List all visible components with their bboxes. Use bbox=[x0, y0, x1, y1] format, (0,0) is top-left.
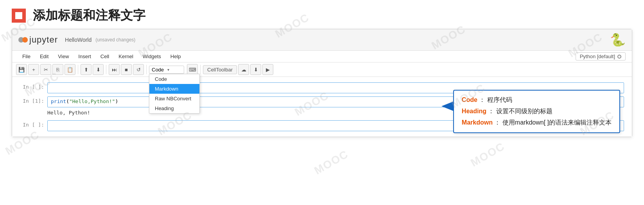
jupyter-brand-text: jupyter bbox=[29, 35, 58, 45]
annotation-keyword-code: Code bbox=[462, 96, 477, 103]
skip-button[interactable]: ⏭ bbox=[109, 64, 120, 75]
copy-button[interactable]: ⎘ bbox=[52, 64, 63, 75]
annotation-colon-code: ： bbox=[479, 96, 485, 103]
menu-cell[interactable]: Cell bbox=[97, 52, 113, 61]
annotation-box: Code ： 程序代码 Heading ： 设置不同级别的标题 Markdown… bbox=[453, 90, 620, 133]
download-button[interactable]: ⬇ bbox=[250, 64, 261, 75]
dropdown-item-markdown[interactable]: Markdown bbox=[149, 84, 199, 94]
cell-label-3: In [ ]: bbox=[12, 120, 47, 128]
restart-button[interactable]: ↺ bbox=[133, 64, 144, 75]
jupyter-brand: jupyter HelloWorld (unsaved changes) bbox=[18, 35, 135, 45]
add-cell-button[interactable]: + bbox=[28, 64, 39, 75]
annotation-line-code: Code ： 程序代码 bbox=[462, 96, 612, 104]
annotation-arrow-icon bbox=[441, 102, 453, 111]
annotation-keyword-markdown: Markdown bbox=[462, 119, 493, 126]
move-up-button[interactable]: ⬆ bbox=[81, 64, 91, 75]
cell-type-dropdown-container[interactable]: Code ▾ Code Markdown Raw NBConvert Headi… bbox=[149, 66, 184, 74]
kernel-status: Python [default] bbox=[576, 52, 626, 61]
logo-circle-orange bbox=[22, 37, 28, 43]
toolbar: 💾 + ✂ ⎘ 📋 ⬆ ⬇ ⏭ ■ ↺ Code ▾ Code Markdown… bbox=[12, 62, 632, 77]
code-string-hello: "Hello,Python!" bbox=[69, 98, 115, 104]
jupyter-header: jupyter HelloWorld (unsaved changes) 🐍 bbox=[12, 29, 632, 51]
menu-edit[interactable]: Edit bbox=[36, 52, 52, 61]
toolbar-sep-2 bbox=[106, 65, 106, 74]
cell-type-menu[interactable]: Code Markdown Raw NBConvert Heading bbox=[149, 74, 200, 114]
menu-bar: File Edit View Insert Cell Kernel Widget… bbox=[12, 51, 632, 62]
kernel-status-text: Python [default] bbox=[580, 53, 615, 59]
toolbar-sep-4 bbox=[200, 65, 201, 74]
jupyter-logo-circles bbox=[18, 37, 28, 43]
annotation-line-heading: Heading ： 设置不同级别的标题 bbox=[462, 107, 612, 116]
save-button[interactable]: 💾 bbox=[16, 64, 27, 75]
annotation-desc-heading: 设置不同级别的标题 bbox=[496, 108, 553, 114]
menu-help[interactable]: Help bbox=[167, 52, 185, 61]
code-paren-close: ) bbox=[115, 98, 118, 104]
toolbar-sep-3 bbox=[146, 65, 147, 74]
stop-button[interactable]: ■ bbox=[121, 64, 132, 75]
unsaved-indicator: (unsaved changes) bbox=[95, 37, 135, 43]
cell-label-1: In [ ]: bbox=[12, 82, 47, 90]
menu-kernel[interactable]: Kernel bbox=[115, 52, 137, 61]
annotation-keyword-heading: Heading bbox=[462, 108, 486, 114]
code-func-print: print bbox=[51, 98, 66, 104]
run-button[interactable]: ▶ bbox=[262, 64, 273, 75]
page-header: 添加标题和注释文字 bbox=[0, 0, 644, 29]
dropdown-item-heading[interactable]: Heading bbox=[149, 103, 199, 113]
cloud-upload-button[interactable]: ☁ bbox=[238, 64, 249, 75]
cell-type-dropdown[interactable]: Code ▾ bbox=[149, 66, 184, 74]
header-icon-inner bbox=[15, 12, 22, 19]
python-logo-icon: 🐍 bbox=[610, 32, 626, 47]
celltoolbar-button[interactable]: CellToolbar bbox=[203, 65, 237, 74]
jupyter-window: jupyter HelloWorld (unsaved changes) 🐍 F… bbox=[12, 29, 632, 137]
annotation-colon-markdown: ： bbox=[494, 119, 500, 126]
move-down-button[interactable]: ⬇ bbox=[93, 64, 104, 75]
dropdown-item-code[interactable]: Code bbox=[149, 74, 199, 84]
menu-file[interactable]: File bbox=[18, 52, 34, 61]
menu-view[interactable]: View bbox=[54, 52, 73, 61]
annotation-desc-markdown: 使用markdown[ ]的语法来编辑注释文本 bbox=[502, 119, 612, 126]
header-icon bbox=[12, 9, 26, 23]
page-title: 添加标题和注释文字 bbox=[33, 7, 145, 24]
toolbar-sep-1 bbox=[78, 65, 78, 74]
dropdown-arrow-icon: ▾ bbox=[167, 68, 181, 72]
keyboard-shortcut-button[interactable]: ⌨ bbox=[187, 64, 198, 75]
annotation-colon-heading: ： bbox=[488, 108, 494, 114]
cut-button[interactable]: ✂ bbox=[40, 64, 51, 75]
menu-widgets[interactable]: Widgets bbox=[139, 52, 165, 61]
annotation-desc-code: 程序代码 bbox=[487, 96, 512, 103]
dropdown-item-raw-nbconvert[interactable]: Raw NBConvert bbox=[149, 94, 199, 103]
cell-type-value: Code bbox=[152, 67, 166, 73]
annotation-line-markdown: Markdown ： 使用markdown[ ]的语法来编辑注释文本 bbox=[462, 119, 612, 127]
cell-label-2: In [1]: bbox=[12, 96, 47, 104]
code-paren-open: ( bbox=[66, 98, 69, 104]
menu-insert[interactable]: Insert bbox=[74, 52, 95, 61]
kernel-status-circle bbox=[617, 55, 621, 59]
notebook-title[interactable]: HelloWorld bbox=[65, 37, 91, 43]
jupyter-logo: jupyter bbox=[18, 35, 58, 45]
paste-button[interactable]: 📋 bbox=[65, 64, 75, 75]
